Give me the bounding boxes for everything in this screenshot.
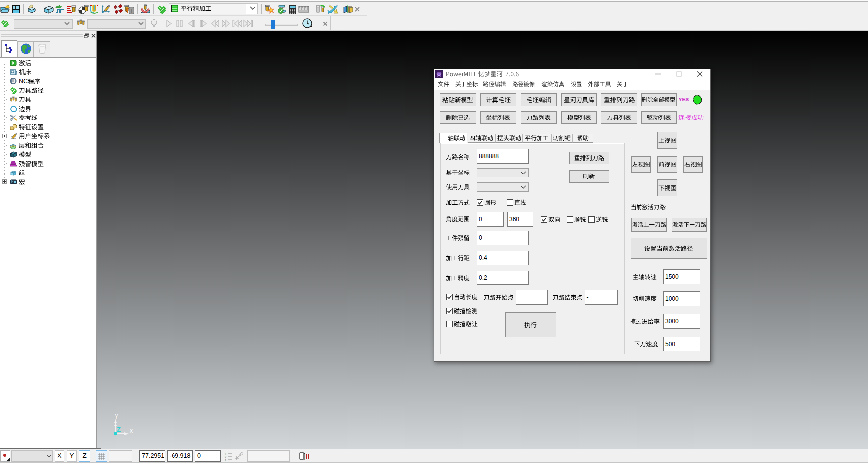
svg-text:Y: Y bbox=[115, 413, 118, 420]
svg-text:z: z bbox=[225, 458, 226, 461]
svg-text:X: X bbox=[129, 428, 133, 435]
svg-text:Z: Z bbox=[117, 426, 121, 433]
